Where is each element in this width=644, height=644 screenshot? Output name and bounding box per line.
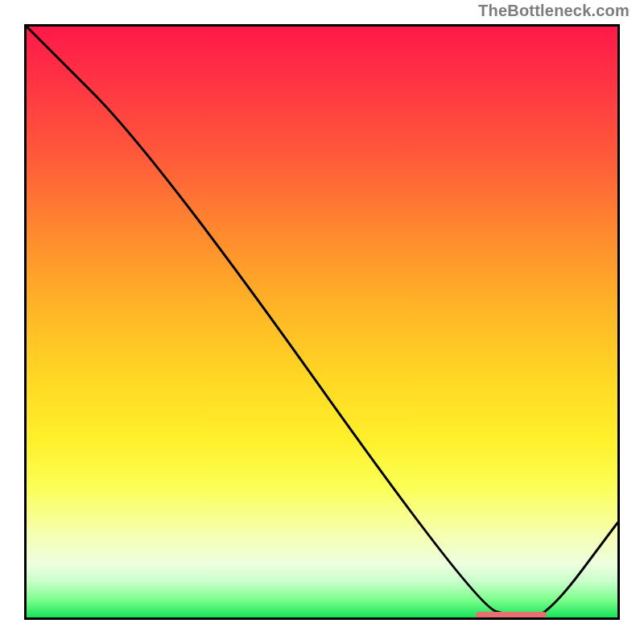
optimal-range-marker [476, 612, 547, 618]
watermark-text: TheBottleneck.com [478, 2, 630, 20]
line-series [27, 27, 617, 617]
curve-path [27, 27, 617, 617]
chart-container: TheBottleneck.com [0, 0, 644, 644]
plot-area [24, 24, 620, 620]
